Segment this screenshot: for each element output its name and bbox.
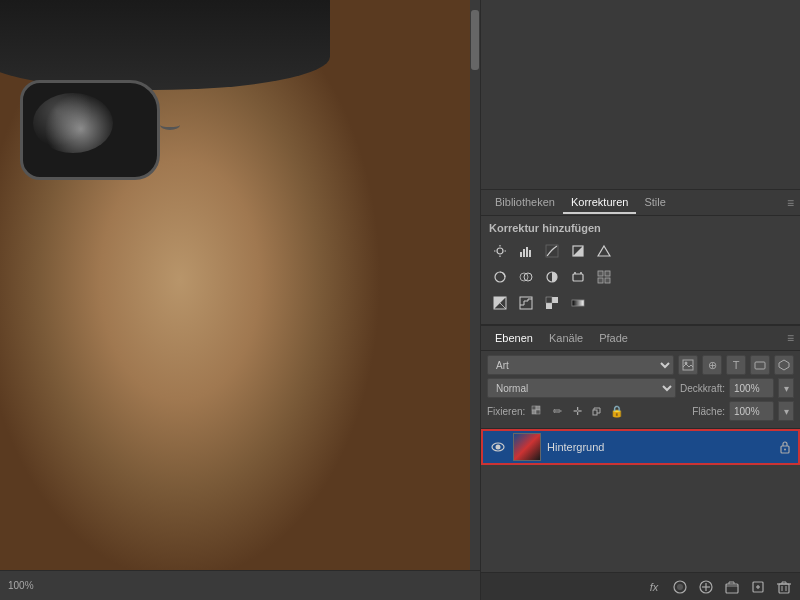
panel-collapse-button[interactable]: ≡ xyxy=(787,196,794,210)
svg-rect-40 xyxy=(532,410,536,414)
svg-rect-52 xyxy=(726,584,738,593)
ebenen-icon-text[interactable]: T xyxy=(726,355,746,375)
korrekturen-title: Korrektur hinzufügen xyxy=(489,222,792,234)
ebenen-kind-select[interactable]: Art xyxy=(487,355,674,375)
canvas-scrollbar-thumb[interactable] xyxy=(471,10,479,70)
sunglass-left xyxy=(20,80,160,180)
svg-point-44 xyxy=(496,445,501,450)
add-mask-button[interactable] xyxy=(670,577,690,597)
svg-point-48 xyxy=(677,584,683,590)
svg-rect-19 xyxy=(598,271,603,276)
layer-bottom-toolbar: fx xyxy=(481,572,800,600)
panel-tabs: Bibliotheken Korrekturen Stile ≡ xyxy=(481,190,800,216)
sunglass-bridge xyxy=(160,120,180,130)
svg-rect-32 xyxy=(546,297,552,303)
new-group-button[interactable] xyxy=(722,577,742,597)
svg-rect-39 xyxy=(536,406,540,410)
korrekturen-panel: Korrektur hinzufügen xyxy=(481,216,800,325)
right-panel: Bibliotheken Korrekturen Stile ≡ Korrekt… xyxy=(480,0,800,600)
korrektur-gradientmap-icon[interactable] xyxy=(567,292,589,314)
top-preview-area xyxy=(481,0,800,190)
korrektur-curves-icon[interactable] xyxy=(541,240,563,262)
svg-marker-37 xyxy=(779,360,789,370)
korrektur-brightness-icon[interactable] xyxy=(489,240,511,262)
ebenen-panel-collapse[interactable]: ≡ xyxy=(787,331,794,345)
add-adjustment-button[interactable] xyxy=(696,577,716,597)
sunglasses-shape xyxy=(20,80,320,200)
korrektur-vibrance-icon[interactable] xyxy=(593,240,615,262)
svg-point-46 xyxy=(784,449,786,451)
korrektur-threshold-icon[interactable] xyxy=(541,292,563,314)
canvas-scrollbar[interactable] xyxy=(470,0,480,570)
korrektur-levels-icon[interactable] xyxy=(515,240,537,262)
layer-thumbnail xyxy=(513,433,541,461)
svg-point-18 xyxy=(580,272,582,274)
flache-arrow-btn[interactable]: ▾ xyxy=(778,401,794,421)
opacity-arrow-btn[interactable]: ▾ xyxy=(778,378,794,398)
opacity-value[interactable]: 100% xyxy=(729,378,774,398)
photo-background xyxy=(0,0,480,570)
flache-value[interactable]: 100% xyxy=(729,401,774,421)
svg-rect-5 xyxy=(520,252,522,257)
svg-rect-21 xyxy=(598,278,603,283)
layer-visibility-toggle[interactable] xyxy=(489,438,507,456)
ebenen-mode-opacity-row: Normal Deckkraft: 100% ▾ xyxy=(487,378,794,398)
tab-stile[interactable]: Stile xyxy=(636,192,673,214)
new-layer-button[interactable] xyxy=(748,577,768,597)
svg-rect-22 xyxy=(605,278,610,283)
svg-rect-38 xyxy=(532,406,536,410)
korrektur-photofilter-icon[interactable] xyxy=(567,266,589,288)
svg-rect-36 xyxy=(755,362,765,369)
ebenen-icon-shape[interactable] xyxy=(750,355,770,375)
korrekturen-icons-row1 xyxy=(489,240,792,262)
tab-pfade[interactable]: Pfade xyxy=(591,329,636,347)
fix-artboard-icon[interactable] xyxy=(589,403,605,419)
ebenen-controls: Art ⊕ T xyxy=(481,351,800,428)
layer-thumbnail-image xyxy=(514,434,540,460)
korrektur-channelmixer-icon[interactable] xyxy=(593,266,615,288)
flache-label: Fläche: xyxy=(692,406,725,417)
hat-shape xyxy=(0,0,330,90)
ebenen-icon-image[interactable] xyxy=(678,355,698,375)
korrektur-blackwhite-icon[interactable] xyxy=(541,266,563,288)
layer-name: Hintergrund xyxy=(547,441,772,453)
delete-layer-button[interactable] xyxy=(774,577,794,597)
flache-row: Fläche: 100% ▾ xyxy=(692,401,794,421)
ebenen-mode-select[interactable]: Normal xyxy=(487,378,676,398)
tab-bibliotheken[interactable]: Bibliotheken xyxy=(487,192,563,214)
svg-rect-30 xyxy=(546,303,552,309)
korrektur-posterize-icon[interactable] xyxy=(515,292,537,314)
korrekturen-icons-row3 xyxy=(489,292,792,314)
tab-kanaele[interactable]: Kanäle xyxy=(541,329,591,347)
canvas-area: 100% xyxy=(0,0,480,600)
fix-position-icon[interactable]: ✛ xyxy=(569,403,585,419)
svg-rect-8 xyxy=(529,250,531,257)
ebenen-icon-adjustment[interactable]: ⊕ xyxy=(702,355,722,375)
svg-marker-11 xyxy=(598,246,610,256)
svg-rect-56 xyxy=(779,584,789,593)
layer-lock-icon[interactable] xyxy=(778,440,792,454)
tab-korrekturen[interactable]: Korrekturen xyxy=(563,192,636,214)
layer-item-hintergrund[interactable]: Hintergrund xyxy=(481,429,800,465)
korrektur-colorbalance-icon[interactable] xyxy=(515,266,537,288)
layer-list: Hintergrund xyxy=(481,428,800,572)
canvas-photo xyxy=(0,0,480,570)
korrektur-exposure-icon[interactable] xyxy=(567,240,589,262)
fixieren-label: Fixieren: xyxy=(487,406,525,417)
svg-rect-16 xyxy=(573,274,583,281)
fx-button[interactable]: fx xyxy=(644,577,664,597)
korrektur-hue-icon[interactable] xyxy=(489,266,511,288)
svg-point-0 xyxy=(497,248,503,254)
fix-transparency-icon[interactable] xyxy=(529,403,545,419)
tab-ebenen[interactable]: Ebenen xyxy=(487,329,541,347)
fix-paint-icon[interactable]: ✏ xyxy=(549,403,565,419)
ebenen-tabs: Ebenen Kanäle Pfade ≡ xyxy=(481,325,800,351)
svg-rect-7 xyxy=(526,247,528,257)
fix-all-icon[interactable]: 🔒 xyxy=(609,403,625,419)
svg-rect-33 xyxy=(572,300,584,306)
ebenen-icon-smartobject[interactable] xyxy=(774,355,794,375)
fixieren-row: Fixieren: ✏ ✛ 🔒 Fläche: 100% xyxy=(487,401,794,421)
canvas-bottom-bar: 100% xyxy=(0,570,480,600)
korrektur-invert-icon[interactable] xyxy=(489,292,511,314)
svg-point-17 xyxy=(574,272,576,274)
